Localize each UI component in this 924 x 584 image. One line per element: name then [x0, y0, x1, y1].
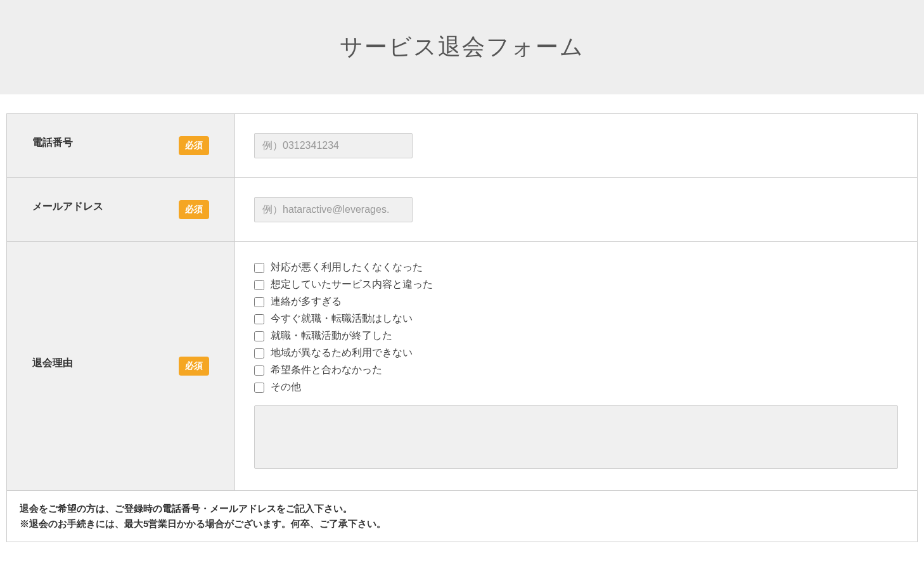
form-container: 電話番号 必須 メールアドレス 必須 退会理由 必須 — [0, 94, 924, 549]
reason-option: その他 — [254, 381, 898, 394]
phone-input-cell — [235, 114, 918, 178]
reason-checkbox-1[interactable] — [254, 280, 264, 290]
reason-checkbox-7[interactable] — [254, 383, 264, 393]
email-input[interactable] — [254, 197, 413, 222]
footer-note: 退会をご希望の方は、ご登録時の電話番号・メールアドレスをご記入下さい。 ※退会の… — [6, 491, 918, 542]
reason-checkbox-2[interactable] — [254, 297, 264, 307]
reason-option-label[interactable]: 想定していたサービス内容と違った — [271, 279, 433, 289]
reason-option: 希望条件と合わなかった — [254, 364, 898, 377]
required-badge: 必須 — [179, 136, 209, 155]
email-label-cell: メールアドレス 必須 — [7, 178, 235, 242]
reason-option: 今すぐ就職・転職活動はしない — [254, 312, 898, 326]
row-phone: 電話番号 必須 — [7, 114, 918, 178]
email-label: メールアドレス — [32, 200, 103, 213]
reason-option-label[interactable]: 今すぐ就職・転職活動はしない — [271, 313, 413, 324]
reason-option-label[interactable]: 連絡が多すぎる — [271, 296, 342, 307]
reason-option: 連絡が多すぎる — [254, 295, 898, 308]
reason-option-label[interactable]: その他 — [271, 381, 301, 392]
required-badge: 必須 — [179, 357, 209, 376]
reason-option: 対応が悪く利用したくなくなった — [254, 261, 898, 274]
page-header: サービス退会フォーム — [0, 0, 924, 94]
reason-option-label[interactable]: 地域が異なるため利用できない — [271, 347, 413, 358]
reason-option-label[interactable]: 対応が悪く利用したくなくなった — [271, 262, 423, 272]
reason-option-label[interactable]: 就職・転職活動が終了した — [271, 330, 392, 341]
reason-option-label[interactable]: 希望条件と合わなかった — [271, 364, 382, 375]
reason-option: 就職・転職活動が終了した — [254, 329, 898, 343]
reason-textarea[interactable] — [254, 405, 898, 469]
reason-label-cell: 退会理由 必須 — [7, 242, 235, 491]
reason-checkbox-6[interactable] — [254, 365, 264, 376]
row-reason: 退会理由 必須 対応が悪く利用したくなくなった 想定していたサービス内容と違った — [7, 242, 918, 491]
reason-option: 地域が異なるため利用できない — [254, 346, 898, 360]
reason-label: 退会理由 — [32, 357, 73, 370]
page-title: サービス退会フォーム — [0, 32, 924, 63]
phone-input[interactable] — [254, 133, 413, 158]
reason-checkbox-5[interactable] — [254, 348, 264, 359]
row-email: メールアドレス 必須 — [7, 178, 918, 242]
phone-label-cell: 電話番号 必須 — [7, 114, 235, 178]
reason-checkbox-0[interactable] — [254, 263, 264, 273]
reason-input-cell: 対応が悪く利用したくなくなった 想定していたサービス内容と違った 連絡が多すぎる — [235, 242, 918, 491]
phone-label: 電話番号 — [32, 136, 73, 149]
required-badge: 必須 — [179, 200, 209, 219]
reason-checkbox-4[interactable] — [254, 331, 264, 341]
footer-note-line2: ※退会のお手続きには、最大5営業日かかる場合がございます。何卒、ご了承下さい。 — [20, 516, 904, 531]
reason-checkbox-3[interactable] — [254, 314, 264, 324]
form-table: 電話番号 必須 メールアドレス 必須 退会理由 必須 — [6, 113, 918, 491]
reason-option: 想定していたサービス内容と違った — [254, 278, 898, 291]
reason-checkbox-group: 対応が悪く利用したくなくなった 想定していたサービス内容と違った 連絡が多すぎる — [254, 261, 898, 394]
footer-note-line1: 退会をご希望の方は、ご登録時の電話番号・メールアドレスをご記入下さい。 — [20, 501, 904, 516]
email-input-cell — [235, 178, 918, 242]
